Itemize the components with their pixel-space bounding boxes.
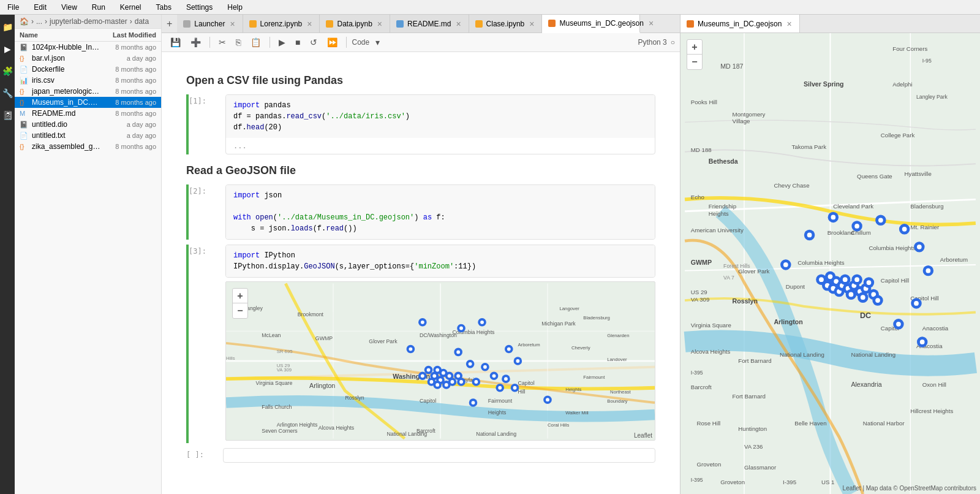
- tab-close-button[interactable]: ×: [306, 19, 313, 29]
- cell-content-4[interactable]: [223, 448, 655, 463]
- zoom-out-button[interactable]: −: [233, 303, 247, 318]
- run-icon[interactable]: ▶: [2, 42, 13, 56]
- menu-tabs[interactable]: Tabs: [154, 2, 174, 13]
- tab-close-button[interactable]: ×: [528, 19, 535, 29]
- cell-content-2[interactable]: import json with open('../data/Museums_i…: [225, 184, 655, 240]
- panel-home-icon[interactable]: 🏠: [20, 17, 29, 26]
- cell-content-1[interactable]: import pandas df = pandas.read_csv('../d…: [225, 94, 655, 154]
- embedded-map[interactable]: + −: [225, 281, 655, 441]
- svg-text:National Landing: National Landing: [780, 351, 824, 358]
- tab-close-button[interactable]: ×: [454, 19, 462, 29]
- svg-text:Groveton: Groveton: [696, 461, 721, 468]
- tab-close-button[interactable]: ×: [376, 19, 383, 29]
- menu-file[interactable]: File: [5, 2, 21, 13]
- right-zoom-out-button[interactable]: −: [687, 55, 702, 69]
- menu-edit[interactable]: Edit: [31, 2, 49, 13]
- cut-button[interactable]: ✂: [215, 36, 230, 49]
- tab-museums-close[interactable]: ×: [647, 18, 655, 28]
- file-icon: {}: [20, 55, 29, 62]
- right-tab-museums[interactable]: Museums_in_DC.geojson ×: [680, 15, 800, 32]
- cell-prompt-2: [2]:: [189, 184, 225, 196]
- svg-text:Columbia Heights: Columbia Heights: [869, 245, 916, 251]
- tab-museums[interactable]: Museums_in_DC.geojson ×: [542, 15, 640, 33]
- file-item[interactable]: 📊 iris.csv 8 months ago: [15, 75, 161, 86]
- code-label[interactable]: Code: [352, 38, 369, 47]
- new-tab-button[interactable]: +: [162, 15, 177, 32]
- file-date: 8 months ago: [101, 110, 156, 117]
- paste-button[interactable]: 📋: [247, 36, 265, 49]
- cell-prompt-4: [ ]:: [186, 448, 223, 459]
- tab-data[interactable]: Data.ipynb ×: [320, 15, 390, 32]
- tab-lorenz[interactable]: Lorenz.ipynb ×: [243, 15, 320, 32]
- cell-content-3[interactable]: import IPython IPython.display.GeoJSON(s…: [225, 245, 655, 278]
- svg-text:Barcroft: Barcroft: [691, 384, 712, 390]
- menu-view[interactable]: View: [59, 2, 80, 13]
- svg-text:Hill: Hill: [518, 389, 525, 395]
- menu-settings[interactable]: Settings: [184, 2, 215, 13]
- run-all-button[interactable]: ⏩: [323, 36, 341, 49]
- tab-icon-museums: [548, 20, 556, 27]
- notebook-icon[interactable]: 📓: [0, 108, 15, 123]
- restart-button[interactable]: ↺: [306, 36, 321, 49]
- kernel-status-icon: ○: [671, 38, 675, 47]
- puzzle-icon[interactable]: 🧩: [0, 64, 15, 78]
- tab-close-button[interactable]: ×: [228, 19, 236, 29]
- svg-point-63: [448, 374, 451, 378]
- svg-text:Fairmount: Fairmount: [583, 374, 605, 380]
- breadcrumb-sep3: ›: [130, 17, 132, 26]
- right-tab-label: Museums_in_DC.geojson: [698, 20, 782, 28]
- file-name: zika_assembled_gen...: [32, 142, 101, 151]
- svg-point-216: [831, 215, 835, 220]
- col-name-header[interactable]: Name: [20, 31, 101, 39]
- cell-prompt-3: [3]:: [189, 245, 225, 256]
- stop-button[interactable]: ■: [292, 36, 304, 49]
- file-icon: 📊: [20, 77, 29, 85]
- add-cell-button[interactable]: ➕: [187, 36, 205, 49]
- zoom-in-button[interactable]: +: [233, 289, 247, 303]
- run-button[interactable]: ▶: [275, 36, 289, 49]
- tools-icon[interactable]: 🔧: [0, 86, 15, 101]
- tab-launcher[interactable]: Launcher ×: [177, 15, 243, 32]
- tab-clase[interactable]: Clase.ipynb ×: [469, 15, 543, 32]
- file-name: Museums_in_DC.ge...: [32, 98, 101, 107]
- file-list: 📓 1024px-Hubble_Inte... 8 months ago {} …: [15, 42, 161, 494]
- file-item[interactable]: 📄 Dockerfile 8 months ago: [15, 64, 161, 75]
- svg-point-200: [854, 277, 859, 282]
- file-item[interactable]: 📓 1024px-Hubble_Inte... 8 months ago: [15, 42, 161, 53]
- copy-button[interactable]: ⎘: [232, 36, 244, 49]
- svg-point-212: [875, 298, 880, 303]
- map-zoom-controls[interactable]: + −: [232, 288, 248, 319]
- code-area-3[interactable]: import IPython IPython.display.GeoJSON(s…: [226, 245, 655, 277]
- menu-help[interactable]: Help: [225, 2, 245, 13]
- svg-text:I-395: I-395: [783, 479, 796, 485]
- breadcrumb-item1[interactable]: ...: [36, 17, 42, 26]
- files-icon[interactable]: 📁: [0, 20, 15, 34]
- right-map-zoom-controls[interactable]: + −: [687, 39, 703, 70]
- file-item[interactable]: {} bar.vl.json a day ago: [15, 53, 161, 64]
- file-item[interactable]: 📓 untitled.dio a day ago: [15, 119, 161, 130]
- code-area-1[interactable]: import pandas df = pandas.read_csv('../d…: [226, 95, 655, 138]
- svg-text:Falls Church: Falls Church: [262, 404, 292, 410]
- file-item[interactable]: {} zika_assembled_gen... 8 months ago: [15, 141, 161, 152]
- file-item[interactable]: M README.md 8 months ago: [15, 108, 161, 119]
- svg-text:Columbia Heights: Columbia Heights: [797, 259, 845, 266]
- file-date: 8 months ago: [101, 99, 156, 106]
- right-map[interactable]: + −: [680, 33, 980, 494]
- breadcrumb-item2[interactable]: jupyterlab-demo-master: [50, 17, 127, 26]
- svg-text:Arlington Heights: Arlington Heights: [277, 422, 318, 428]
- file-item[interactable]: 📄 untitled.txt a day ago: [15, 130, 161, 141]
- right-tab-close[interactable]: ×: [785, 19, 793, 29]
- right-zoom-in-button[interactable]: +: [687, 40, 702, 55]
- svg-text:Heights: Heights: [709, 210, 729, 217]
- save-button[interactable]: 💾: [167, 36, 184, 49]
- menu-bar: File Edit View Run Kernel Tabs Settings …: [0, 0, 980, 15]
- menu-kernel[interactable]: Kernel: [118, 2, 144, 13]
- svg-text:SR 695: SR 695: [277, 349, 293, 354]
- file-item[interactable]: {} Museums_in_DC.ge... 8 months ago: [15, 97, 161, 108]
- code-dropdown-icon[interactable]: ▾: [372, 36, 383, 49]
- menu-run[interactable]: Run: [89, 2, 108, 13]
- code-area-2[interactable]: import json with open('../data/Museums_i…: [226, 185, 655, 239]
- breadcrumb-item3[interactable]: data: [135, 17, 149, 26]
- file-item[interactable]: {} japan_meterological... 8 months ago: [15, 86, 161, 97]
- tab-readme[interactable]: README.md ×: [390, 15, 469, 32]
